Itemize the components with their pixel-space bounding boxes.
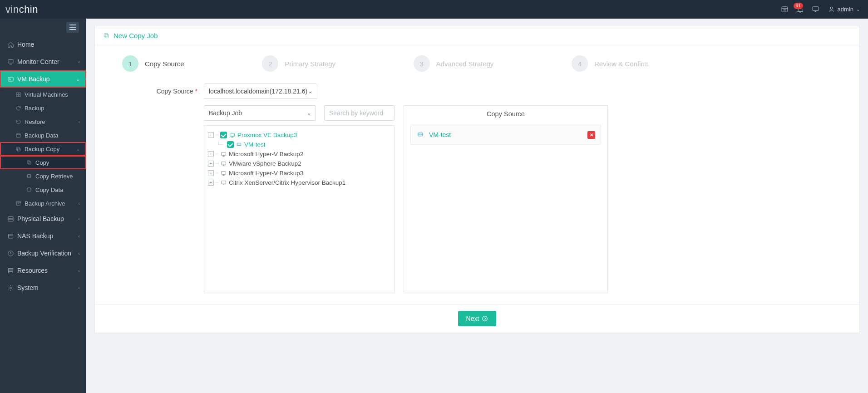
sidebar-item-vm-backup[interactable]: VM Backup ⌄ [0,70,86,88]
sidebar-item-monitor-center[interactable]: Monitor Center ‹ [0,53,86,70]
arrow-right-icon [482,315,488,322]
tree-node[interactable]: + ┄ Microsoft Hyper-V Backup3 [208,168,390,178]
copy-icon [15,146,25,152]
select-value: Backup Job [209,109,307,117]
sidebar-sub-backup-copy[interactable]: Backup Copy ⌄ [0,142,86,156]
expand-icon[interactable]: + [208,151,214,157]
monitor-icon [5,59,15,65]
collapse-icon[interactable]: − [208,132,214,138]
tree-node-label: VM-test [244,141,266,148]
chevron-icon: ‹ [78,59,80,64]
chevron-icon: ‹ [78,268,80,273]
expand-icon[interactable]: + [208,161,214,167]
checkbox-checked[interactable] [220,132,227,138]
sidebar-label: NAS Backup [15,232,78,240]
server-icon [220,170,227,176]
svg-rect-10 [17,148,20,151]
topbar: vinchin 61 admin ⌄ [0,0,868,19]
step-label: Advanced Strategy [436,60,494,68]
wizard-step-1[interactable]: 1 Copy Source [122,55,184,72]
sidebar-toggle-button[interactable] [66,22,79,33]
brand-right: chin [19,4,38,15]
svg-rect-27 [230,133,235,137]
tree-node-label: Microsoft Hyper-V Backup2 [229,151,303,157]
server-icon [220,161,227,167]
selected-item: VM-test [410,125,601,145]
sidebar-sub-virtual-machines[interactable]: Virtual Machines [0,88,86,101]
server-icon [220,180,227,186]
expand-icon[interactable]: + [208,170,214,176]
tree-node-child[interactable]: └┄ VM-test [208,140,390,149]
brand-left: vin [5,4,19,15]
search-input[interactable] [324,105,395,121]
svg-rect-6 [19,93,20,94]
page-title: New Copy Job [113,32,158,39]
wizard-step-3[interactable]: 3 Advanced Strategy [414,55,494,72]
sidebar-item-home[interactable]: Home [0,36,86,53]
sidebar-sub2-copy-data[interactable]: Copy Data [0,183,86,196]
server-icon [229,132,236,138]
top-bell-icon[interactable]: 61 [793,0,808,19]
top-user-menu[interactable]: admin ⌄ [824,6,860,13]
home-icon [5,41,15,48]
svg-rect-22 [8,270,13,271]
chevron-icon: ‹ [78,251,80,256]
sidebar-item-system[interactable]: System ‹ [0,279,86,296]
remove-item-button[interactable] [587,131,595,139]
sidebar-sub2-label: Copy Retrieve [35,173,73,180]
sidebar-sub2-copy[interactable]: Copy [0,156,86,169]
svg-rect-33 [418,133,423,136]
vm-icon [5,76,15,83]
sidebar-sub-backup[interactable]: Backup [0,101,86,115]
sidebar-sub-restore[interactable]: Restore ‹ [0,115,86,128]
selected-item-name: VM-test [429,131,583,138]
tree-node[interactable]: + ┄ VMware vSphere Backup2 [208,159,390,168]
copy-source-label: Copy Source * [122,88,204,95]
backup-job-select[interactable]: Backup Job ⌄ [204,105,316,121]
sidebar-item-backup-verification[interactable]: Backup Verification ‹ [0,245,86,262]
sidebar-sub-label: Backup Copy [25,146,59,152]
svg-rect-28 [237,143,241,145]
top-list-icon[interactable] [777,0,793,19]
sidebar-label: VM Backup [15,75,76,83]
top-monitor-icon[interactable] [808,0,824,19]
svg-rect-26 [104,34,108,37]
svg-rect-12 [28,162,31,164]
tree-node[interactable]: + ┄ Citrix XenServer/Citrix Hypervisor B… [208,178,390,187]
expand-icon[interactable]: + [208,180,214,186]
step-number: 4 [572,55,588,72]
svg-rect-5 [16,93,18,94]
sidebar-sub2-copy-retrieve[interactable]: Copy Retrieve [0,169,86,183]
retrieve-icon [26,173,35,179]
sidebar-item-nas-backup[interactable]: NAS Backup ‹ [0,227,86,245]
svg-rect-13 [27,161,30,163]
svg-point-9 [16,133,20,134]
wizard-step-4[interactable]: 4 Review & Confirm [572,55,649,72]
copy-icon [103,32,110,39]
chevron-icon: ‹ [79,201,80,206]
refresh-icon [15,105,25,111]
next-button[interactable]: Next [458,311,497,326]
chevron-down-icon: ⌄ [76,147,80,152]
step-label: Copy Source [145,60,184,68]
main-content: New Copy Job 1 Copy Source 2 Primary Str… [86,19,868,393]
database-icon [26,187,35,192]
gear-icon [5,285,15,291]
checkbox-checked[interactable] [227,141,234,148]
sidebar-item-resources[interactable]: Resources ‹ [0,262,86,279]
sidebar-item-physical-backup[interactable]: Physical Backup ‹ [0,210,86,227]
svg-rect-4 [8,77,13,81]
backup-job-tree: − ┄ Proxmox VE Backup3 └┄ VM-test [204,125,395,293]
svg-rect-7 [16,95,18,97]
tree-node[interactable]: − ┄ Proxmox VE Backup3 [208,130,390,140]
sidebar-label: Resources [15,267,78,274]
wizard-step-2[interactable]: 2 Primary Strategy [262,55,335,72]
sidebar-sub-backup-archive[interactable]: Backup Archive ‹ [0,196,86,210]
sidebar-sub2-label: Copy Data [35,187,63,193]
svg-rect-32 [222,181,226,184]
sidebar-sub-backup-data[interactable]: Backup Data [0,128,86,142]
card-header: New Copy Job [95,26,859,45]
tree-node[interactable]: + ┄ Microsoft Hyper-V Backup2 [208,149,390,159]
copy-source-select[interactable]: localhost.localdomain(172.18.21.6) ⌄ [204,84,317,99]
top-user-name: admin [838,6,853,13]
